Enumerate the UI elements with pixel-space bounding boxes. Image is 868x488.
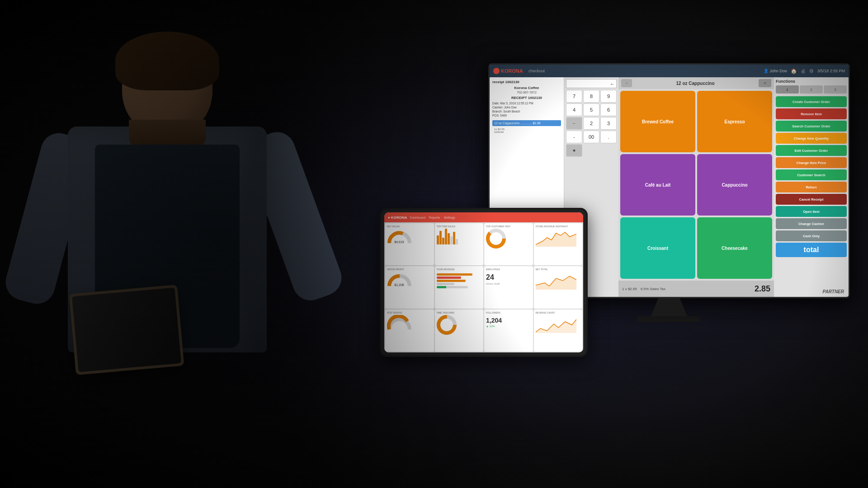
product-espresso[interactable]: Espresso (697, 91, 772, 152)
product-croissant[interactable]: Croissant (620, 217, 695, 279)
tablet-header: ● KORONA Dashboard Reports Settings (384, 212, 583, 222)
svg-point-9 (442, 320, 451, 329)
numpad-grid: 7 8 9 4 5 6 ← 2 3 - 00 . ★ (566, 90, 617, 157)
numpad-dot[interactable]: . (600, 131, 617, 143)
hair (115, 32, 219, 90)
receipt-info: Date: Mar 3, 2018 12:55:12 PM Cashier: J… (492, 101, 561, 117)
func-change-cashier[interactable]: Change Cashier (776, 218, 847, 229)
footer-total: 2.85 (755, 284, 770, 294)
pos-logo: KORONA (493, 68, 523, 74)
func-cash-only[interactable]: Cash Only (776, 230, 847, 241)
products-grid: Brewed Coffee Espresso Café au Lait Capp… (618, 89, 774, 281)
pos-status: checkout (528, 69, 545, 73)
functions-title: Functions (776, 79, 847, 84)
donut-chart-2 (437, 315, 457, 335)
tablet-logo: ● KORONA (388, 216, 407, 220)
tablet-screen: ● KORONA Dashboard Reports Settings NET … (384, 212, 583, 352)
products-footer: 1 x $2.85 6.5% Sales Tax 2.85 (618, 281, 774, 297)
gauge-chart-3 (387, 315, 412, 331)
korona-logo-icon (493, 68, 500, 74)
receipt-number: RECEIPT 1002130 (492, 96, 561, 100)
numpad-9[interactable]: 9 (600, 90, 617, 103)
func-edit-customer-order[interactable]: Edit Customer Order (776, 145, 847, 156)
func-remove-item[interactable]: Remove Item (776, 108, 847, 119)
func-total[interactable]: total (776, 243, 847, 257)
shop-name: Korona Coffee (492, 86, 561, 90)
monitor-brand-text: PARTNER (823, 289, 844, 294)
tablet-body: NET SALES $4,619 TOP ITEM SALES (384, 222, 583, 352)
dashboard-card-top-items: TOP ITEM SALES (435, 223, 484, 265)
line-chart-1 (536, 229, 576, 247)
numpad-8[interactable]: 8 (583, 90, 599, 103)
func-tab-3[interactable]: 3 (824, 85, 847, 94)
receipt-selected-item[interactable]: 12 oz Cappuccino ............. $2.85 (492, 120, 561, 126)
home-icon[interactable]: 🏠 (791, 68, 797, 74)
pos-user: 👤 John Doe (764, 69, 787, 73)
dashboard-card-employees: EMPLOYEES 24 Active Staff (484, 266, 533, 308)
pos-header: KORONA checkout 👤 John Doe 🏠 🖨 ⚙ 3/5/18 … (490, 65, 849, 77)
functions-panel: Functions 1 2 3 Create Customer Order Re… (774, 77, 849, 297)
monitor-stand (651, 298, 687, 316)
products-panel: ‹ 12 oz Cappuccino ≡ Brewed Coffee Espre… (618, 77, 774, 297)
dashboard-card-site-traffic: SITE TRAFFIC (385, 310, 434, 352)
products-nav: ‹ 12 oz Cappuccino ≡ (618, 77, 774, 89)
line-chart-3 (536, 315, 576, 333)
product-cappuccino[interactable]: Cappuccino (697, 154, 772, 216)
numpad-2[interactable]: 2 (583, 117, 599, 130)
numpad-minus[interactable]: - (566, 131, 582, 143)
numpad-star[interactable]: ★ (566, 144, 582, 157)
func-cancel-receipt[interactable]: Cancel Receipt (776, 194, 847, 205)
person-figure (9, 0, 326, 488)
nav-back-btn[interactable]: ‹ (621, 79, 632, 87)
functions-tabs: 1 2 3 (776, 85, 847, 94)
numpad-backspace[interactable]: ← (566, 117, 582, 130)
tablet-container: ● KORONA Dashboard Reports Settings NET … (380, 208, 588, 361)
settings-icon[interactable]: ⚙ (809, 68, 814, 74)
product-category-title: 12 oz Cappuccino (634, 81, 757, 86)
svg-point-3 (491, 234, 500, 243)
receipt-title: receipt 1002130 (492, 80, 561, 84)
tablet-nav: Dashboard Reports Settings (410, 216, 455, 219)
func-search-customer-order[interactable]: Search Customer Order (776, 121, 847, 131)
numpad-7[interactable]: 7 (566, 90, 582, 103)
product-cafe-au-lait[interactable]: Café au Lait (620, 154, 695, 216)
dashboard-card-revenue: STORE REVENUE SNAPSHOT (534, 223, 583, 265)
nav-menu-btn[interactable]: ≡ (759, 79, 771, 87)
product-cheesecake[interactable]: Cheesecake (697, 217, 772, 279)
tablet-frame: ● KORONA Dashboard Reports Settings NET … (380, 208, 588, 357)
numpad-3[interactable]: 3 (600, 117, 617, 130)
numpad-6[interactable]: 6 (600, 103, 617, 116)
numpad-value: ← (610, 81, 614, 86)
numpad-5[interactable]: 5 (583, 103, 599, 116)
dashboard-card-net-sales: NET SALES $4,619 (385, 223, 434, 265)
receipt-item-detail: 1x $2.85 subtotal (492, 127, 561, 134)
numpad-4[interactable]: 4 (566, 103, 582, 116)
dashboard-card-gross-profit: GROSS PROFIT $1,208 (385, 266, 434, 308)
gauge-chart-1: $4,619 (387, 229, 412, 244)
donut-chart-1 (486, 229, 506, 249)
func-tab-1[interactable]: 1 (776, 85, 799, 94)
footer-tax: 6.5% Sales Tax (641, 287, 665, 291)
monitor-base (637, 316, 701, 322)
svg-text:$1,208: $1,208 (394, 283, 404, 286)
svg-text:$4,619: $4,619 (394, 240, 404, 244)
dashboard-card-top-customer: TOP CUSTOMER VISIT (484, 223, 533, 265)
func-return[interactable]: Return (776, 182, 847, 192)
func-change-item-price[interactable]: Change Item Price (776, 157, 847, 168)
numpad-display: ← (566, 79, 617, 88)
func-tab-2[interactable]: 2 (800, 85, 823, 94)
func-customer-search[interactable]: Customer Search (776, 169, 847, 180)
numpad-00[interactable]: 00 (583, 131, 599, 143)
print-icon[interactable]: 🖨 (801, 68, 806, 74)
product-brewed-coffee[interactable]: Brewed Coffee (620, 91, 695, 152)
func-open-item[interactable]: Open Item (776, 206, 847, 217)
svg-marker-4 (536, 232, 576, 247)
dashboard-card-time-tracking: TIME TRACKING (435, 310, 484, 352)
dashboard-card-your-revenue: YOUR REVENUE (435, 266, 484, 308)
func-change-item-quantity[interactable]: Change Item Quantity (776, 133, 847, 144)
dashboard-card-followers: FOLLOWERS 1,204 ▲ 12% (484, 310, 533, 352)
pos-time: 3/5/18 2:55 PM (817, 69, 845, 73)
svg-marker-10 (536, 319, 576, 333)
line-chart-2 (536, 272, 576, 290)
func-create-customer-order[interactable]: Create Customer Order (776, 96, 847, 107)
